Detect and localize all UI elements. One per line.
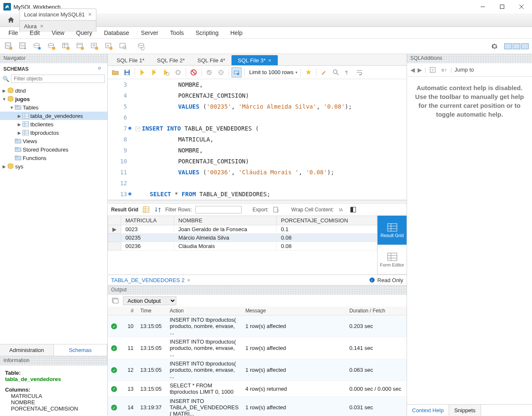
execute-current-icon[interactable]: I <box>149 67 160 77</box>
close-button[interactable] <box>512 0 531 13</box>
save-icon[interactable] <box>122 67 132 77</box>
result-toolbar: Result Grid Filter Rows: Export: Wrap Ce… <box>108 203 407 216</box>
table-row[interactable]: 00235Márcio Almeida Silva0.08 <box>108 234 377 242</box>
execute-icon[interactable] <box>138 67 148 77</box>
tree-item[interactable]: Functions <box>0 154 107 162</box>
tree-item[interactable]: Views <box>0 137 107 145</box>
sql-editor[interactable]: 345678910111213 NOMBRE, PORCENTAJE_COMIS… <box>108 79 407 200</box>
autocommit-toggle-icon[interactable] <box>231 67 242 77</box>
schema-tree[interactable]: ▶ dtnd ▼ jugos ▼ Tables ▶ tabla_de_vende… <box>0 85 107 344</box>
tree-item[interactable]: ▶ dtnd <box>0 86 107 95</box>
sql-tab[interactable]: SQL File 1* <box>110 55 151 65</box>
menu-view[interactable]: View <box>46 28 70 38</box>
connection-tab[interactable]: Local instance MySQL81× <box>19 8 96 20</box>
menu-query[interactable]: Query <box>70 28 98 38</box>
search-table-icon[interactable] <box>118 41 129 52</box>
explain-icon[interactable] <box>161 67 171 77</box>
tree-item[interactable]: ▶ sys <box>0 162 107 171</box>
menu-database[interactable]: Database <box>98 28 135 38</box>
new-sql-tab-icon[interactable]: SQL+ <box>3 41 14 52</box>
filter-rows-input[interactable] <box>195 206 242 213</box>
find-icon[interactable] <box>331 67 341 77</box>
tab-snippets[interactable]: Snippets <box>449 405 481 416</box>
maximize-button[interactable] <box>492 0 512 13</box>
new-table-icon[interactable]: + <box>61 41 72 52</box>
auto-help-icon[interactable]: ⚙? <box>439 66 448 74</box>
sql-tab[interactable]: SQL File 2* <box>151 55 191 65</box>
rollback-icon[interactable] <box>216 67 226 77</box>
open-sql-file-icon[interactable]: SQL <box>18 41 29 52</box>
autocommit-off-icon[interactable] <box>189 67 199 77</box>
tree-item[interactable]: ▼ Tables <box>0 103 107 112</box>
close-icon[interactable]: × <box>268 57 271 64</box>
menu-tools[interactable]: Tools <box>164 28 190 38</box>
output-type-select[interactable]: Action Output <box>123 296 176 305</box>
result-grid[interactable]: MATRICULANOMBREPORCENTAJE_COMISION▶0023J… <box>108 216 377 275</box>
tree-item[interactable]: ▶ tbclientes <box>0 120 107 128</box>
wrap-icon[interactable] <box>354 67 364 77</box>
brush-icon[interactable] <box>319 67 329 77</box>
sql-tab[interactable]: SQL File 3*× <box>231 55 278 65</box>
menu-scripting[interactable]: Scripting <box>190 28 224 38</box>
tab-context-help[interactable]: Context Help <box>407 405 449 416</box>
reconnect-icon[interactable] <box>136 41 147 52</box>
limit-rows-select[interactable]: Limit to 1000 rows <box>247 68 298 77</box>
sort-icon[interactable] <box>154 205 162 214</box>
home-tab[interactable] <box>3 14 19 26</box>
wrap-cell-icon[interactable]: IA <box>337 205 346 214</box>
close-icon[interactable]: × <box>88 11 92 18</box>
inspector-icon[interactable] <box>32 41 43 52</box>
tree-item[interactable]: ▼ jugos <box>0 95 107 103</box>
field-types-icon[interactable] <box>349 205 357 214</box>
gear-icon[interactable] <box>489 41 500 52</box>
close-icon[interactable]: × <box>187 277 191 283</box>
tree-item[interactable]: Stored Procedures <box>0 145 107 154</box>
beautify-icon[interactable] <box>303 67 314 77</box>
layout-bottom-icon[interactable] <box>513 43 520 49</box>
layout-right-icon[interactable] <box>521 43 529 49</box>
table-row[interactable]: 00236Cláudia Morais0.08 <box>108 242 377 251</box>
stop-icon[interactable] <box>173 67 183 77</box>
editor-area: SQL File 1*SQL File 2*SQL File 4*SQL Fil… <box>108 54 407 416</box>
svg-text:i: i <box>371 278 372 283</box>
sql-tab[interactable]: SQL File 4* <box>191 55 231 65</box>
svg-point-73 <box>333 69 337 73</box>
forward-icon[interactable]: ▶ <box>418 67 422 73</box>
menu-edit[interactable]: Edit <box>24 28 46 38</box>
menu-server[interactable]: Server <box>135 28 164 38</box>
layout-sidebar-icon[interactable] <box>504 43 512 49</box>
tree-item[interactable]: ▶ tbproductos <box>0 128 107 137</box>
output-row[interactable]: 1313:15:05SELECT * FROM tbproductos LIMI… <box>108 381 407 397</box>
tab-administration[interactable]: Administration <box>0 344 54 356</box>
minimize-button[interactable] <box>473 0 492 13</box>
output-row[interactable]: 1213:15:05INSERT INTO tbproductos( produ… <box>108 359 407 381</box>
svg-point-62 <box>166 72 169 75</box>
output-row[interactable]: 1013:15:05INSERT INTO tbproductos( produ… <box>108 315 407 337</box>
result-view-result-grid[interactable]: Result Grid <box>378 216 407 245</box>
invisible-chars-icon[interactable]: ¶ <box>343 67 353 77</box>
result-tab[interactable]: TABLA_DE_VENDEDORES 2 × <box>111 277 190 283</box>
refresh-icon[interactable] <box>97 66 104 72</box>
help-caret-icon[interactable]: ? <box>428 66 437 74</box>
menu-file[interactable]: File <box>3 28 24 38</box>
result-grid-icon[interactable] <box>142 205 150 214</box>
export-icon[interactable] <box>272 205 280 214</box>
menu-help[interactable]: Help <box>224 28 248 38</box>
commit-icon[interactable] <box>204 67 214 77</box>
output-view-icon[interactable] <box>111 296 120 305</box>
new-function-icon[interactable]: fx+ <box>104 41 114 52</box>
output-row[interactable]: 1413:19:37INSERT INTO TABLA_DE_VENDEDORE… <box>108 397 407 416</box>
table-row[interactable]: ▶0023Joan Geraldo de la Fonseca0.1 <box>108 225 377 234</box>
new-procedure-icon[interactable]: + <box>89 41 100 52</box>
back-icon[interactable]: ◀ <box>410 67 415 73</box>
new-view-icon[interactable]: + <box>75 41 86 52</box>
output-row[interactable]: 1113:15:05INSERT INTO tbproductos( produ… <box>108 337 407 359</box>
tree-item[interactable]: ▶ tabla_de_vendedores <box>0 112 107 120</box>
new-schema-icon[interactable]: + <box>46 41 57 52</box>
output-grid[interactable]: #TimeActionMessageDuration / Fetch 1013:… <box>108 307 407 416</box>
result-view-form-editor[interactable]: Form Editor <box>378 245 407 275</box>
filter-objects-input[interactable] <box>11 75 105 83</box>
tab-schemas[interactable]: Schemas <box>54 344 108 356</box>
open-file-icon[interactable] <box>110 67 120 77</box>
jump-to-label[interactable]: Jump to <box>455 67 474 73</box>
